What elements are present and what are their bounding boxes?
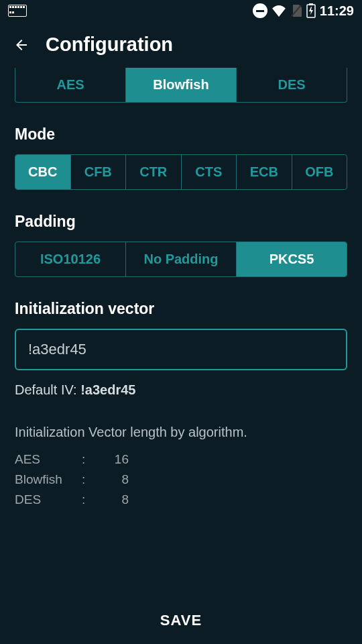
page-title: Configuration: [46, 34, 173, 56]
iv-len-cell: 16: [102, 452, 129, 467]
iv-sep-cell: :: [82, 492, 102, 507]
status-bar: 11:29: [0, 0, 362, 21]
arrow-left-icon: [13, 36, 29, 54]
mode-option-cbc[interactable]: CBC: [15, 155, 70, 189]
padding-label: Padding: [15, 213, 347, 231]
iv-algo-cell: AES: [15, 452, 82, 467]
mode-option-ctr[interactable]: CTR: [125, 155, 181, 189]
back-button[interactable]: [13, 37, 29, 53]
iv-input[interactable]: [15, 329, 347, 370]
keyboard-icon: [8, 5, 27, 17]
algorithm-option-blowfish[interactable]: Blowfish: [125, 68, 236, 102]
padding-segmented: ISO10126 No Padding PKCS5: [15, 241, 347, 277]
do-not-disturb-icon: [253, 3, 267, 18]
mode-label: Mode: [15, 125, 347, 144]
app-header: Configuration: [0, 21, 362, 68]
no-sim-icon: [290, 4, 302, 17]
iv-info-title: Initialization Vector length by algorith…: [15, 425, 347, 440]
battery-charging-icon: [306, 3, 316, 18]
mode-option-ecb[interactable]: ECB: [236, 155, 292, 189]
iv-label: Initialization vector: [15, 300, 347, 318]
save-button[interactable]: SAVE: [0, 597, 362, 644]
mode-option-cfb[interactable]: CFB: [70, 155, 126, 189]
padding-option-iso10126[interactable]: ISO10126: [15, 242, 125, 276]
default-iv-text: Default IV: !a3edr45: [15, 382, 347, 398]
iv-sep-cell: :: [82, 472, 102, 487]
padding-option-nopadding[interactable]: No Padding: [125, 242, 236, 276]
algorithm-segmented: AES Blowfish DES: [15, 68, 347, 103]
iv-algo-cell: Blowfish: [15, 472, 82, 487]
algorithm-option-aes[interactable]: AES: [15, 68, 125, 102]
iv-len-cell: 8: [102, 492, 129, 507]
iv-algo-cell: DES: [15, 492, 82, 507]
default-iv-prefix: Default IV:: [15, 382, 80, 397]
wifi-icon: [272, 5, 286, 17]
iv-sep-cell: :: [82, 452, 102, 467]
mode-segmented: CBC CFB CTR CTS ECB OFB: [15, 154, 347, 190]
table-row: AES : 16: [15, 449, 347, 470]
iv-length-table: AES : 16 Blowfish : 8 DES : 8: [15, 449, 347, 510]
table-row: DES : 8: [15, 490, 347, 510]
status-time: 11:29: [320, 3, 354, 19]
padding-option-pkcs5[interactable]: PKCS5: [236, 242, 347, 276]
iv-len-cell: 8: [102, 472, 129, 487]
mode-option-cts[interactable]: CTS: [181, 155, 237, 189]
svg-rect-2: [309, 3, 313, 5]
default-iv-value: !a3edr45: [80, 382, 135, 397]
table-row: Blowfish : 8: [15, 470, 347, 490]
algorithm-option-des[interactable]: DES: [236, 68, 347, 102]
mode-option-ofb[interactable]: OFB: [292, 155, 347, 189]
